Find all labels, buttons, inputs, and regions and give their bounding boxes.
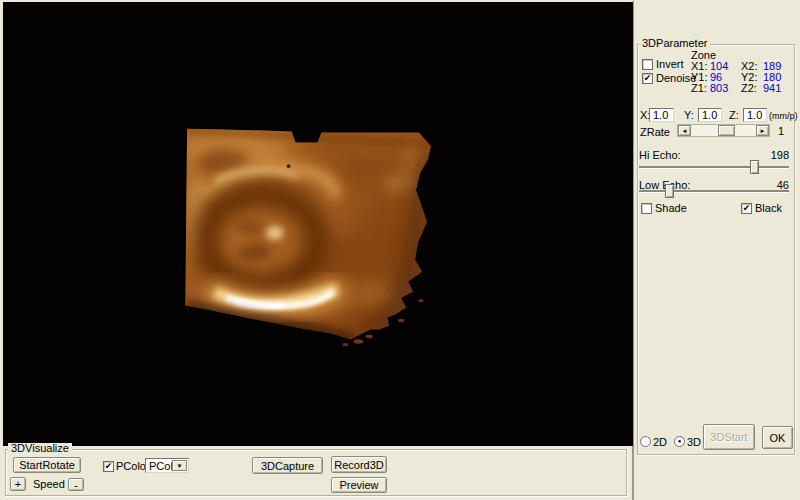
invert-label: Invert	[656, 59, 684, 70]
shade-label: Shade	[655, 203, 687, 214]
speed-minus-button[interactable]: -	[68, 478, 84, 491]
capture-3d-button[interactable]: 3DCapture	[252, 457, 323, 474]
black-label: Black	[755, 203, 782, 214]
scroll-right-icon: ►	[760, 128, 766, 134]
hi-echo-slider-thumb[interactable]	[750, 160, 759, 174]
speed-label: Speed	[33, 479, 65, 490]
zrate-value: 1	[778, 126, 784, 137]
scale-z-label: Z:	[729, 110, 739, 121]
mode-2d-radio[interactable]	[640, 436, 651, 447]
scale-x-input[interactable]: 1.0	[649, 108, 674, 122]
scroll-left-icon: ◄	[682, 128, 688, 134]
preview-button[interactable]: Preview	[331, 477, 387, 493]
shade-checkbox[interactable]	[641, 203, 652, 214]
mode-2d-label: 2D	[653, 437, 667, 448]
low-echo-slider[interactable]	[639, 190, 789, 192]
pcolor-checkbox[interactable]: ✔	[103, 461, 114, 472]
zone-z2-value: 941	[763, 83, 781, 94]
visualize-group-title: 3DVisualize	[8, 443, 72, 454]
mode-3d-label: 3D	[687, 437, 701, 448]
record-3d-button[interactable]: Record3D	[331, 456, 387, 473]
dropdown-arrow-icon: ▼	[177, 463, 183, 469]
scale-y-input[interactable]: 1.0	[698, 108, 722, 122]
ok-button[interactable]: OK	[762, 426, 793, 449]
hi-echo-value: 198	[769, 150, 789, 161]
render-viewport[interactable]	[3, 2, 633, 446]
parameter-group-title: 3DParameter	[639, 38, 710, 49]
invert-checkbox[interactable]	[642, 59, 653, 70]
pcolor-dropdown[interactable]: PColor ▼	[145, 458, 189, 473]
scale-unit-label: (mm/p)	[769, 111, 798, 122]
parameter-groupbox	[637, 44, 795, 455]
zrate-label: ZRate	[640, 127, 670, 138]
zone-z2-label: Z2:	[741, 83, 757, 94]
hi-echo-label: Hi Echo:	[639, 150, 681, 161]
start3d-button[interactable]: 3DStart	[703, 424, 755, 450]
mode-3d-radio[interactable]: ●	[674, 436, 685, 447]
scale-z-input[interactable]: 1.0	[743, 108, 767, 122]
zrate-scrollbar-thumb[interactable]	[718, 125, 735, 136]
application-window: 3DParameter Invert ✔ Denoise Zone X1: 10…	[0, 0, 800, 500]
scale-y-label: Y:	[684, 110, 694, 121]
zrate-scroll-left-button[interactable]: ◄	[678, 125, 691, 136]
denoise-checkbox[interactable]: ✔	[642, 73, 653, 84]
black-checkbox[interactable]: ✔	[741, 203, 752, 214]
hi-echo-slider[interactable]	[639, 166, 789, 168]
start-rotate-button[interactable]: StartRotate	[13, 457, 81, 473]
speed-plus-button[interactable]: +	[10, 477, 26, 491]
zrate-scrollbar[interactable]: ◄ ►	[677, 124, 770, 137]
pcolor-dropdown-button[interactable]: ▼	[172, 460, 187, 471]
zone-z1-value: 803	[710, 83, 728, 94]
ultrasound-3d-render	[3, 2, 633, 446]
zrate-scroll-right-button[interactable]: ►	[756, 125, 769, 136]
low-echo-slider-thumb[interactable]	[665, 184, 674, 198]
zone-z1-label: Z1:	[691, 83, 707, 94]
